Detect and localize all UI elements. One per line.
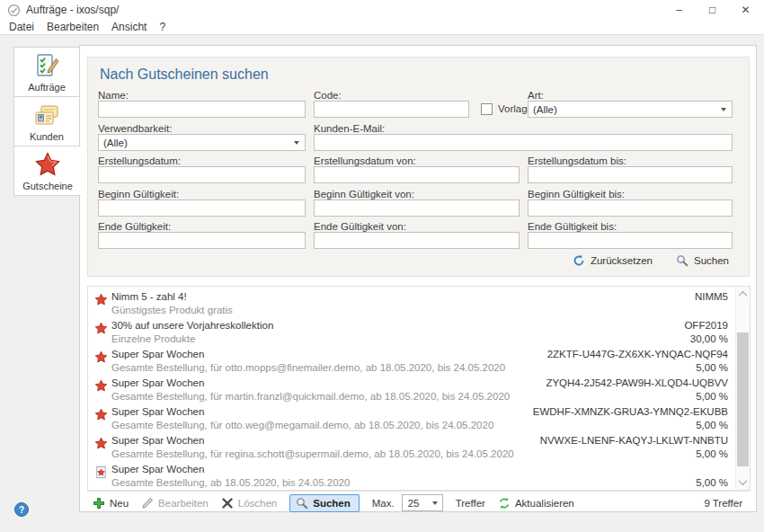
- minimize-button[interactable]: –: [662, 0, 696, 20]
- new-button-label: Neu: [110, 498, 129, 509]
- form-search-button-label: Suchen: [694, 255, 729, 266]
- form-search-button[interactable]: Suchen: [676, 254, 729, 267]
- search-form-panel: Nach Gutscheinen suchen Name: Code: Vorl…: [87, 57, 750, 277]
- voucher-code: OFF2019: [684, 320, 728, 331]
- beginn-gueltigkeit-von-input[interactable]: [314, 200, 520, 217]
- code-input[interactable]: [314, 101, 469, 118]
- voucher-title: 30% auf unsere Vorjahreskollektion: [111, 320, 273, 331]
- edit-button-label: Bearbeiten: [158, 498, 209, 509]
- verwendbarkeit-dropdown[interactable]: (Alle): [98, 134, 306, 151]
- chevron-down-icon: [432, 501, 438, 505]
- result-count: 9 Treffer: [704, 498, 742, 509]
- plus-icon: [93, 497, 105, 510]
- voucher-template-icon: [94, 466, 108, 479]
- max-dropdown[interactable]: 25: [402, 494, 443, 511]
- art-dropdown-value: (Alle): [533, 104, 557, 115]
- voucher-row[interactable]: 30% auf unsere Vorjahreskollektion Einze…: [88, 318, 735, 347]
- sidebar-item-label: Gutscheine: [22, 181, 73, 191]
- voucher-value: 5,00 %: [696, 362, 728, 373]
- scroll-down-button[interactable]: [736, 475, 750, 489]
- edit-button[interactable]: Bearbeiten: [141, 497, 209, 510]
- reset-button-label: Zurücksetzen: [591, 255, 653, 266]
- name-input[interactable]: [98, 101, 306, 118]
- erstellungsdatum-input[interactable]: [98, 166, 306, 183]
- voucher-star-icon: [94, 322, 108, 335]
- chevron-down-icon: [739, 476, 748, 485]
- scroll-up-button[interactable]: [736, 288, 750, 301]
- page-title: Nach Gutscheinen suchen: [100, 66, 269, 83]
- voucher-code: ZYQH4-2J542-PAW9H-XLQD4-UQBVV: [546, 377, 728, 388]
- menu-ansicht[interactable]: Ansicht: [105, 21, 153, 33]
- verwendbarkeit-dropdown-value: (Alle): [103, 137, 128, 148]
- voucher-value: 5,00 %: [696, 448, 728, 459]
- voucher-star-icon: [94, 293, 108, 306]
- ende-gueltigkeit-von-label: Ende Gültigkeit von:: [314, 221, 406, 232]
- voucher-subtitle: Gesamte Bestellung, für regina.schott@su…: [111, 448, 514, 459]
- sidebar-item-auftraege[interactable]: Aufträge: [13, 47, 80, 97]
- ende-gueltigkeit-von-input[interactable]: [314, 232, 520, 249]
- voucher-star-icon: [94, 379, 108, 393]
- sidebar-item-label: Kunden: [30, 131, 64, 142]
- voucher-subtitle: Gesamte Bestellung, für otto.mopps@finem…: [111, 362, 505, 373]
- max-label: Max.: [372, 498, 395, 509]
- vorlage-checkbox[interactable]: [481, 103, 493, 115]
- chevron-down-icon: [294, 141, 299, 145]
- maximize-button[interactable]: □: [696, 0, 729, 20]
- beginn-gueltigkeit-input[interactable]: [98, 200, 306, 217]
- menu-datei[interactable]: Datei: [3, 21, 40, 33]
- refresh-button[interactable]: Aktualisieren: [498, 497, 574, 510]
- scrollbar-thumb[interactable]: [737, 332, 749, 466]
- voucher-code: NIMM5: [695, 291, 728, 302]
- ende-gueltigkeit-label: Ende Gültigkeit:: [98, 221, 171, 232]
- ende-gueltigkeit-bis-label: Ende Gültigkeit bis:: [528, 221, 617, 232]
- voucher-title: Super Spar Wochen: [111, 349, 204, 359]
- voucher-row[interactable]: Super Spar Wochen Gesamte Bestellung, fü…: [88, 376, 735, 404]
- menu-bearbeiten[interactable]: Bearbeiten: [40, 21, 105, 33]
- refresh-icon: [573, 254, 585, 267]
- erstellungsdatum-von-input[interactable]: [314, 166, 520, 183]
- kunden-email-input[interactable]: [314, 134, 733, 151]
- sidebar-item-gutscheine[interactable]: Gutscheine: [13, 146, 81, 196]
- voucher-title: Super Spar Wochen: [111, 435, 204, 446]
- sidebar-item-kunden[interactable]: Kunden: [13, 96, 80, 146]
- voucher-row[interactable]: Super Spar Wochen Gesamte Bestellung, fü…: [88, 433, 735, 462]
- menu-hilfe[interactable]: ?: [153, 21, 172, 33]
- refresh-icon: [498, 497, 511, 510]
- voucher-title: Super Spar Wochen: [111, 406, 204, 417]
- help-button[interactable]: ?: [14, 502, 29, 517]
- voucher-row[interactable]: Super Spar Wochen Gesamte Bestellung, fü…: [88, 347, 735, 376]
- content-card: Nach Gutscheinen suchen Name: Code: Vorl…: [79, 45, 757, 512]
- chevron-up-icon: [739, 291, 748, 300]
- voucher-value: 30,00 %: [690, 333, 728, 344]
- voucher-title: Super Spar Wochen: [111, 464, 204, 474]
- art-dropdown[interactable]: (Alle): [528, 101, 733, 118]
- results-scrollbar[interactable]: [735, 287, 750, 490]
- voucher-value: 5,00 %: [696, 391, 728, 402]
- delete-button[interactable]: Löschen: [221, 497, 277, 510]
- voucher-row[interactable]: Nimm 5 - zahl 4! Günstigstes Produkt gra…: [88, 289, 735, 318]
- voucher-subtitle: Einzelne Produkte: [111, 333, 195, 344]
- voucher-value: 5,00 %: [696, 477, 728, 488]
- refresh-button-label: Aktualisieren: [515, 498, 574, 509]
- new-button[interactable]: Neu: [93, 497, 129, 510]
- erstellungsdatum-bis-input[interactable]: [528, 166, 733, 183]
- beginn-gueltigkeit-bis-input[interactable]: [528, 200, 733, 217]
- voucher-row[interactable]: Super Spar Wochen Gesamte Bestellung, ab…: [88, 462, 735, 490]
- voucher-value: 5,00 %: [696, 420, 728, 430]
- app-check-circle-icon: [7, 4, 21, 17]
- art-label: Art:: [528, 90, 544, 101]
- magnifier-icon: [676, 254, 688, 267]
- search-button[interactable]: Suchen: [289, 494, 360, 512]
- reset-button[interactable]: Zurücksetzen: [573, 254, 653, 267]
- ende-gueltigkeit-input[interactable]: [98, 232, 306, 249]
- voucher-code: NVWXE-LNENF-KAQYJ-LKLWT-NNBTU: [540, 435, 728, 446]
- ende-gueltigkeit-bis-input[interactable]: [528, 232, 733, 249]
- voucher-subtitle: Gesamte Bestellung, für otto.weg@megamai…: [111, 420, 493, 430]
- erstellungsdatum-bis-label: Erstellungsdatum bis:: [528, 155, 626, 166]
- voucher-title: Super Spar Wochen: [111, 377, 204, 388]
- close-button[interactable]: ✕: [729, 0, 762, 20]
- sidebar-item-label: Aufträge: [28, 82, 66, 93]
- voucher-subtitle: Gesamte Bestellung, für martin.franzl@qu…: [111, 391, 510, 402]
- voucher-row[interactable]: Super Spar Wochen Gesamte Bestellung, fü…: [88, 404, 735, 433]
- chevron-down-icon: [721, 108, 726, 111]
